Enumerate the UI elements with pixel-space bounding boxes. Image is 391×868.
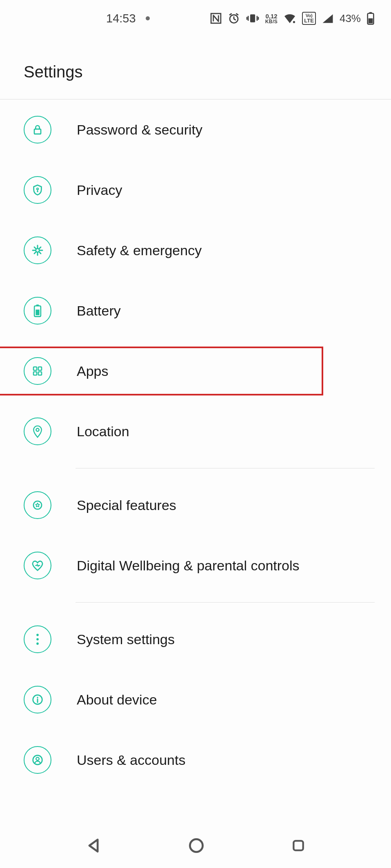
svg-point-19 — [36, 634, 39, 636]
svg-rect-14 — [38, 367, 42, 370]
settings-list: Password & securityPrivacySafety & emerg… — [0, 99, 391, 790]
apps-icon — [24, 357, 51, 385]
status-bar: 14:53 0,12 KB/S — [0, 0, 391, 37]
svg-rect-5 — [369, 12, 372, 14]
more-vert-icon — [24, 625, 51, 653]
settings-item-password-security[interactable]: Password & security — [0, 99, 391, 160]
svg-point-8 — [37, 188, 38, 190]
svg-rect-15 — [33, 372, 37, 375]
settings-item-users-accounts[interactable]: Users & accounts — [0, 730, 391, 790]
svg-point-9 — [36, 249, 40, 252]
settings-item-label: System settings — [77, 632, 175, 647]
svg-point-21 — [36, 643, 39, 645]
settings-item-about-device[interactable]: About device — [0, 669, 391, 730]
lock-icon — [24, 116, 51, 144]
status-time: 14:53 — [106, 12, 136, 25]
volte-icon: Vo) LTE — [302, 12, 316, 25]
net-speed-indicator: 0,12 KB/S — [265, 13, 278, 24]
list-divider — [76, 602, 375, 603]
svg-rect-7 — [34, 129, 41, 134]
settings-item-label: Digital Wellbeing & parental controls — [77, 558, 300, 574]
person-icon — [24, 746, 51, 774]
settings-item-label: Privacy — [77, 182, 122, 198]
shield-key-icon — [24, 176, 51, 204]
svg-point-25 — [36, 758, 39, 760]
settings-item-safety[interactable]: Safety & emergency — [0, 220, 391, 280]
nav-home-button[interactable] — [187, 837, 205, 855]
svg-rect-11 — [36, 305, 39, 306]
android-nav-bar — [0, 823, 391, 868]
list-divider — [76, 468, 375, 468]
settings-item-system-settings[interactable]: System settings — [0, 609, 391, 669]
svg-point-26 — [190, 839, 202, 852]
svg-point-20 — [36, 638, 39, 641]
settings-item-special-features[interactable]: Special features — [0, 475, 391, 535]
settings-item-label: Safety & emergency — [77, 243, 202, 258]
pin-icon — [24, 417, 51, 445]
svg-rect-2 — [250, 14, 255, 22]
settings-item-digital-wellbeing[interactable]: Digital Wellbeing & parental controls — [0, 535, 391, 596]
net-speed-value: 0,12 — [265, 13, 277, 19]
page-title: Settings — [24, 63, 391, 81]
svg-rect-13 — [33, 367, 37, 370]
settings-item-label: About device — [77, 692, 157, 708]
svg-rect-16 — [38, 372, 42, 375]
alarm-icon — [228, 12, 240, 24]
svg-point-18 — [33, 501, 42, 509]
settings-item-label: Special features — [77, 497, 176, 513]
svg-point-17 — [36, 428, 39, 431]
signal-icon — [322, 13, 334, 24]
settings-item-battery[interactable]: Battery — [0, 280, 391, 341]
nav-recent-button[interactable] — [290, 837, 307, 854]
svg-rect-6 — [369, 18, 373, 23]
settings-item-label: Users & accounts — [77, 752, 185, 768]
svg-point-23 — [37, 697, 38, 698]
settings-item-location[interactable]: Location — [0, 401, 391, 462]
battery-icon — [367, 12, 375, 25]
settings-item-label: Apps — [77, 363, 109, 379]
settings-item-apps[interactable]: Apps — [0, 341, 391, 401]
wifi-icon — [283, 13, 296, 24]
svg-point-3 — [293, 21, 295, 23]
vibrate-icon — [246, 12, 260, 24]
heart-icon — [24, 552, 51, 579]
svg-rect-27 — [293, 841, 303, 850]
settings-item-label: Battery — [77, 303, 121, 319]
svg-rect-12 — [36, 309, 39, 315]
net-speed-unit: KB/S — [265, 19, 278, 24]
settings-item-label: Password & security — [77, 122, 202, 138]
nfc-icon — [210, 12, 222, 24]
status-dot-icon — [146, 16, 150, 20]
settings-item-label: Location — [77, 424, 129, 440]
battery-percentage: 43% — [340, 12, 361, 25]
info-icon — [24, 686, 51, 713]
page-header: Settings — [0, 37, 391, 99]
nav-back-button[interactable] — [85, 837, 103, 855]
medical-icon — [24, 236, 51, 264]
settings-item-privacy[interactable]: Privacy — [0, 160, 391, 220]
star-badge-icon — [24, 491, 51, 519]
battery-icon — [24, 297, 51, 325]
